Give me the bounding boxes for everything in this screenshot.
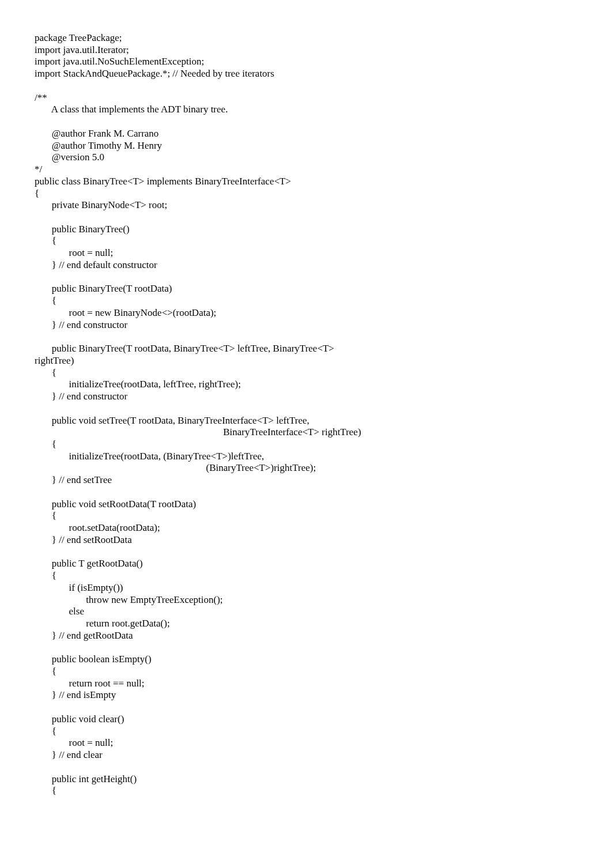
code-document: package TreePackage; import java.util.It… <box>0 0 612 868</box>
code-content: package TreePackage; import java.util.It… <box>35 32 361 796</box>
